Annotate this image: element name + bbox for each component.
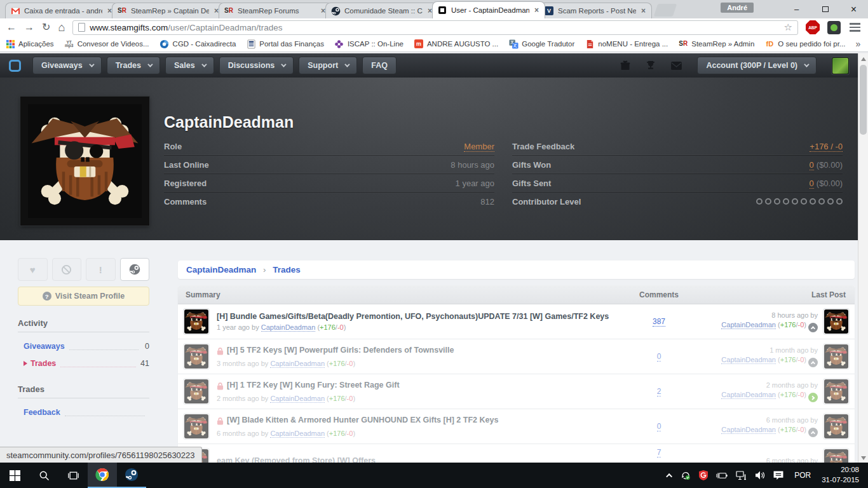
- envelope-icon[interactable]: [671, 62, 682, 70]
- forward-button[interactable]: →: [24, 22, 34, 32]
- last-post-avatar[interactable]: [823, 343, 850, 370]
- taskbar-search-button[interactable]: [29, 463, 58, 488]
- last-post-author-link[interactable]: CaptainDeadman: [721, 356, 776, 364]
- trade-title-link[interactable]: [W] Blade Kitten & Armored Hunter GUNHOU…: [227, 416, 498, 426]
- profile-stat-value[interactable]: +176 / -0: [810, 142, 843, 152]
- navbar-item-giveaways[interactable]: Giveaways: [32, 57, 102, 74]
- account-menu-button[interactable]: Account (300P / Level 0): [697, 57, 817, 74]
- comments-count-link[interactable]: 387: [653, 317, 665, 327]
- scrollbar-thumb[interactable]: [860, 65, 867, 135]
- action-center-icon[interactable]: [773, 471, 783, 480]
- new-tab-button[interactable]: [654, 4, 677, 17]
- bookmark-item[interactable]: Portal das Finanças: [246, 39, 324, 49]
- last-post-arrow-icon[interactable]: [808, 428, 818, 437]
- browser-tab[interactable]: Comunidade Steam :: Ca×: [325, 3, 438, 18]
- last-post-author-link[interactable]: CaptainDeadman: [721, 391, 776, 399]
- profile-stat-value[interactable]: 0: [810, 179, 814, 189]
- browser-tab[interactable]: SRSteamRep » Captain Dea×: [112, 3, 225, 18]
- trade-avatar[interactable]: [183, 378, 210, 405]
- last-post-avatar[interactable]: [823, 308, 850, 335]
- profile-stat-value[interactable]: 0: [810, 160, 814, 170]
- comments-count-link[interactable]: 7: [657, 448, 661, 458]
- last-post-arrow-icon[interactable]: [808, 393, 818, 402]
- maximize-button[interactable]: [811, 4, 839, 14]
- bookmark-item[interactable]: ISCAP :: On-Line: [334, 39, 403, 49]
- comments-count-link[interactable]: 0: [657, 352, 661, 362]
- trade-author-link[interactable]: CaptainDeadman: [270, 430, 325, 438]
- bookmark-item[interactable]: Aplicações: [5, 39, 54, 49]
- trade-avatar[interactable]: [183, 308, 210, 335]
- battery-plug-icon[interactable]: [716, 471, 728, 480]
- steamgifts-logo-icon[interactable]: [9, 60, 21, 72]
- sidebar-action-exclamation-icon[interactable]: !: [86, 258, 116, 281]
- last-post-avatar[interactable]: [823, 448, 850, 463]
- task-view-button[interactable]: [58, 463, 88, 488]
- trophy-icon[interactable]: [646, 60, 656, 71]
- last-post-avatar[interactable]: [823, 378, 850, 405]
- volume-icon[interactable]: [755, 471, 765, 480]
- bookmark-item[interactable]: mANDRE AUGUSTO ...: [414, 39, 498, 49]
- sidebar-item-trades[interactable]: Trades41: [18, 355, 149, 372]
- home-button[interactable]: ⌂: [58, 22, 65, 33]
- gift-icon[interactable]: [620, 60, 630, 71]
- bookmark-item[interactable]: noMENU - Entrega ...: [585, 39, 668, 49]
- navbar-item-trades[interactable]: Trades: [107, 57, 160, 74]
- breadcrumb-user-link[interactable]: CaptainDeadman: [186, 265, 256, 274]
- bookmark-item[interactable]: fDO seu pedido foi pr...: [764, 39, 845, 49]
- trade-title-link[interactable]: [H] 5 TF2 Keys [W] Powerpuff Girls: Defe…: [227, 346, 454, 356]
- browser-profile-chip[interactable]: André: [721, 3, 754, 13]
- close-button[interactable]: ×: [839, 4, 868, 15]
- tab-close-icon[interactable]: ×: [640, 6, 647, 15]
- bookmark-star-icon[interactable]: ☆: [784, 22, 792, 33]
- scroll-up-arrow[interactable]: [861, 57, 866, 61]
- trade-author-link[interactable]: CaptainDeadman: [261, 323, 316, 332]
- minimize-button[interactable]: –: [782, 4, 811, 14]
- comments-count-link[interactable]: 2: [657, 387, 661, 396]
- comments-count-link[interactable]: 0: [657, 422, 661, 431]
- last-post-author-link[interactable]: CaptainDeadman: [721, 426, 776, 434]
- adblock-extension-icon[interactable]: ABP: [806, 20, 820, 34]
- browser-tab[interactable]: SRSteamRep Forums×: [219, 3, 332, 18]
- tab-close-icon[interactable]: ×: [533, 6, 540, 15]
- taskbar-steam-button[interactable]: [117, 463, 146, 488]
- sidebar-item-giveaways[interactable]: Giveaways0: [18, 337, 149, 355]
- trade-author-link[interactable]: CaptainDeadman: [270, 395, 325, 403]
- last-post-arrow-icon[interactable]: [808, 358, 818, 367]
- bookmark-item[interactable]: YTmp3Convesor de Videos...: [64, 39, 149, 49]
- scroll-down-arrow[interactable]: [861, 456, 866, 460]
- trade-title-link[interactable]: [H] 1 TF2 Key [W] Kung Fury: Street Rage…: [227, 381, 400, 391]
- navbar-item-support[interactable]: Support: [299, 57, 357, 74]
- bookmark-item[interactable]: Google Tradutor: [508, 39, 574, 49]
- account-avatar[interactable]: [832, 57, 849, 74]
- taskbar-clock[interactable]: 20:08 31-07-2015: [822, 465, 862, 485]
- sync-status-icon[interactable]: [681, 470, 691, 480]
- antivirus-shield-icon[interactable]: [699, 470, 708, 480]
- last-post-avatar[interactable]: [823, 413, 850, 440]
- extension-icon[interactable]: [827, 21, 841, 34]
- bookmark-item[interactable]: CGD - Caixadirecta: [159, 39, 236, 49]
- sidebar-item-feedback[interactable]: Feedback: [18, 403, 149, 421]
- trade-avatar[interactable]: [183, 413, 210, 440]
- trade-avatar[interactable]: [183, 343, 210, 370]
- browser-menu-icon[interactable]: [848, 22, 862, 33]
- language-indicator[interactable]: POR: [792, 471, 813, 480]
- breadcrumb-current[interactable]: Trades: [273, 265, 301, 274]
- last-post-arrow-icon[interactable]: [808, 323, 818, 332]
- trade-title-link[interactable]: [H] Bundle Games/Gifts/Beta(Deadly Premo…: [217, 312, 609, 322]
- tray-expand-chevron-icon[interactable]: [668, 473, 672, 478]
- start-button[interactable]: [0, 463, 29, 488]
- network-icon[interactable]: [736, 471, 747, 480]
- page-scrollbar[interactable]: [858, 53, 868, 463]
- navbar-item-discussions[interactable]: Discussions: [219, 57, 294, 74]
- sidebar-action-steam-icon[interactable]: [120, 258, 150, 281]
- trade-title-link[interactable]: eam Key (Removed from Store) [W] Offers: [217, 456, 376, 463]
- visit-steam-profile-button[interactable]: ? Visit Steam Profile: [18, 287, 149, 306]
- last-post-author-link[interactable]: CaptainDeadman: [721, 321, 776, 329]
- taskbar-chrome-button[interactable]: [88, 463, 117, 488]
- browser-tab[interactable]: Caixa de entrada - andre×: [5, 3, 118, 18]
- profile-stat-value[interactable]: Member: [464, 142, 494, 152]
- trade-author-link[interactable]: CaptainDeadman: [270, 360, 325, 368]
- bookmark-item[interactable]: SRSteamRep » Admin: [678, 39, 754, 49]
- navbar-item-sales[interactable]: Sales: [165, 57, 214, 74]
- back-button[interactable]: ←: [6, 22, 17, 32]
